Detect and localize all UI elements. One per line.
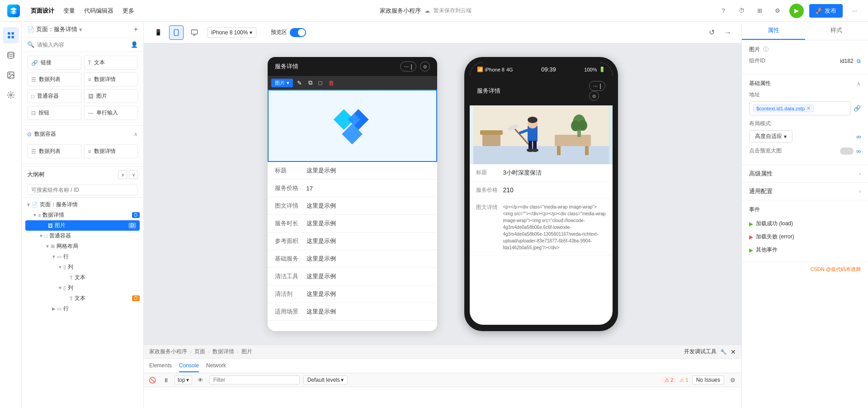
click-preview-link[interactable]: ∞: [856, 147, 861, 155]
comp-input[interactable]: — 单行输入: [84, 106, 138, 120]
tree-container[interactable]: ▼ □ 普通容器: [22, 231, 143, 241]
publish-button[interactable]: 🚀 发布: [809, 4, 843, 18]
tab-styles[interactable]: 样式: [805, 22, 868, 40]
outline-nav-down[interactable]: ∨: [129, 170, 138, 179]
layout-link-icon[interactable]: ∞: [856, 133, 861, 140]
nav-variables[interactable]: 变量: [63, 7, 75, 15]
click-preview-section: 点击预览大图 ∞: [749, 147, 861, 155]
tab-attributes[interactable]: 属性: [742, 22, 805, 40]
search-icon: 🔍: [27, 41, 34, 48]
data-comp-list[interactable]: ☰ 数据列表: [27, 144, 81, 158]
tree-col-1[interactable]: ▼ ▯ 列: [22, 262, 143, 272]
forward-button[interactable]: →: [722, 26, 734, 39]
comp-image[interactable]: 🖼 图片: [84, 89, 138, 103]
nav-code-editor[interactable]: 代码编辑器: [84, 7, 113, 15]
sidebar-icon-images[interactable]: [3, 67, 19, 83]
edit-pencil-icon[interactable]: ✎: [295, 78, 304, 88]
device-selector[interactable]: iPhone 8 100% ▾: [207, 27, 256, 38]
outline-header: 大纲树 ∧ ∨: [22, 166, 143, 183]
selected-image-component[interactable]: [268, 90, 437, 162]
sidebar-icon-components[interactable]: [3, 87, 19, 103]
tree-image[interactable]: 🖼 图片 D: [25, 220, 140, 231]
preview-dots-button[interactable]: ··· |: [589, 81, 605, 91]
nav-more[interactable]: 更多: [123, 7, 134, 15]
comp-datalist[interactable]: ☰ 数据列表: [27, 72, 81, 86]
header-dots-button[interactable]: ··· |: [400, 62, 416, 71]
tree-text-1[interactable]: T 文本: [22, 272, 143, 283]
tree-data-detail[interactable]: ▼ ≡ 数据详情 D: [22, 210, 143, 220]
help-button[interactable]: ?: [717, 5, 730, 17]
preview-circle-button[interactable]: ⊙: [589, 91, 599, 101]
comp-link[interactable]: 🔗 链接: [27, 56, 81, 70]
add-component-button[interactable]: +: [134, 25, 138, 33]
comp-button[interactable]: ⊡ 按钮: [27, 106, 81, 120]
comp-container[interactable]: □ 普通容器: [27, 89, 81, 103]
refresh-button[interactable]: ↺: [705, 26, 718, 39]
copy-id-button[interactable]: ⧉: [857, 58, 861, 64]
breadcrumb-detail[interactable]: 数据详情: [212, 348, 234, 356]
layout-button[interactable]: ⊞: [753, 5, 766, 17]
tab-console[interactable]: Console: [179, 360, 199, 372]
sidebar-icon-pages[interactable]: [3, 27, 19, 43]
desktop-device-icon[interactable]: [187, 25, 202, 40]
tab-elements[interactable]: Elements: [149, 360, 172, 372]
header-circle-button[interactable]: ⊙: [420, 62, 430, 71]
advanced-props-row[interactable]: 高级属性 ›: [742, 165, 868, 183]
edit-delete-icon[interactable]: 🗑: [326, 78, 336, 88]
breadcrumb-image[interactable]: 图片: [241, 348, 252, 356]
cloud-icon: ☁: [425, 8, 430, 14]
clear-console-button[interactable]: 🚫: [147, 375, 157, 385]
breadcrumb-app[interactable]: 家政服务小程序: [149, 348, 187, 356]
edit-more-icon[interactable]: □: [316, 78, 325, 88]
mobile-device-icon[interactable]: 📱: [151, 25, 165, 40]
levels-selector[interactable]: Default levels ▾: [303, 375, 348, 384]
filter-input[interactable]: [209, 375, 300, 384]
dropdown-icon[interactable]: ▾: [79, 26, 82, 33]
context-selector[interactable]: top ▾: [175, 375, 192, 384]
debug-close-button[interactable]: ✕: [731, 348, 736, 356]
tree-toggle-col1: ▼: [57, 264, 63, 270]
breadcrumb-page[interactable]: 页面: [194, 348, 205, 356]
address-tag-close[interactable]: ✕: [807, 105, 811, 111]
tree-grid[interactable]: ▼ ⊞ 网格布局: [22, 241, 143, 251]
sidebar-icon-data[interactable]: [3, 47, 19, 63]
event-load[interactable]: ▶ 加载成功 (load): [749, 217, 861, 230]
basic-props-arrow[interactable]: ∧: [857, 81, 861, 87]
data-comp-detail[interactable]: ≡ 数据详情: [84, 144, 138, 158]
tree-page-root[interactable]: ▼ 📄 页面：服务详情: [22, 199, 143, 210]
history-button[interactable]: ⏱: [735, 5, 748, 17]
component-id-label: 组件ID: [749, 57, 765, 65]
tree-row-1[interactable]: ▼ ▭ 行: [22, 251, 143, 262]
event-other[interactable]: ▶ 其他事件: [749, 243, 861, 256]
tree-col-2[interactable]: ▼ ▯ 列: [22, 283, 143, 293]
tree-text-2[interactable]: T 文本 D: [22, 293, 143, 304]
advanced-arrow: ›: [859, 171, 861, 177]
data-container-expand[interactable]: ∧: [134, 131, 138, 138]
comp-datadetail[interactable]: ≡ 数据详情: [84, 72, 138, 86]
nav-page-design[interactable]: 页面设计: [31, 7, 54, 15]
image-info-icon[interactable]: ⓘ: [763, 46, 769, 52]
outline-nav-up[interactable]: ∧: [118, 170, 127, 179]
component-search-input[interactable]: [37, 42, 128, 48]
play-button[interactable]: ▶: [789, 4, 804, 18]
preview-switch[interactable]: [290, 28, 306, 37]
edit-copy-icon[interactable]: ⧉: [306, 78, 315, 88]
tab-network[interactable]: Network: [206, 360, 226, 372]
logo-image: [327, 101, 377, 151]
pause-button[interactable]: ⏸: [161, 375, 171, 385]
comp-text[interactable]: T 文本: [84, 56, 138, 70]
eye-button[interactable]: 👁: [196, 375, 206, 385]
comp-label-tag[interactable]: 图片 ▾: [271, 79, 293, 87]
tree-row-2[interactable]: ▶ ▭ 行: [22, 304, 143, 314]
address-link-icon[interactable]: 🔗: [854, 105, 861, 112]
debug-settings-button[interactable]: ⚙: [728, 375, 738, 385]
preview-device-icon[interactable]: [169, 25, 184, 40]
layout-option-auto[interactable]: 高度自适应 ▾: [749, 130, 793, 142]
general-config-row[interactable]: 通用配置 ›: [742, 183, 868, 200]
more-menu-button[interactable]: ···: [848, 5, 861, 17]
settings-button[interactable]: ⚙: [771, 5, 784, 17]
outline-search-input[interactable]: [27, 185, 138, 195]
event-error[interactable]: ▶ 加载失败 (error): [749, 230, 861, 243]
click-preview-toggle[interactable]: [840, 147, 854, 155]
address-input-field[interactable]: $context.id1.data.zstp ✕: [749, 101, 851, 115]
